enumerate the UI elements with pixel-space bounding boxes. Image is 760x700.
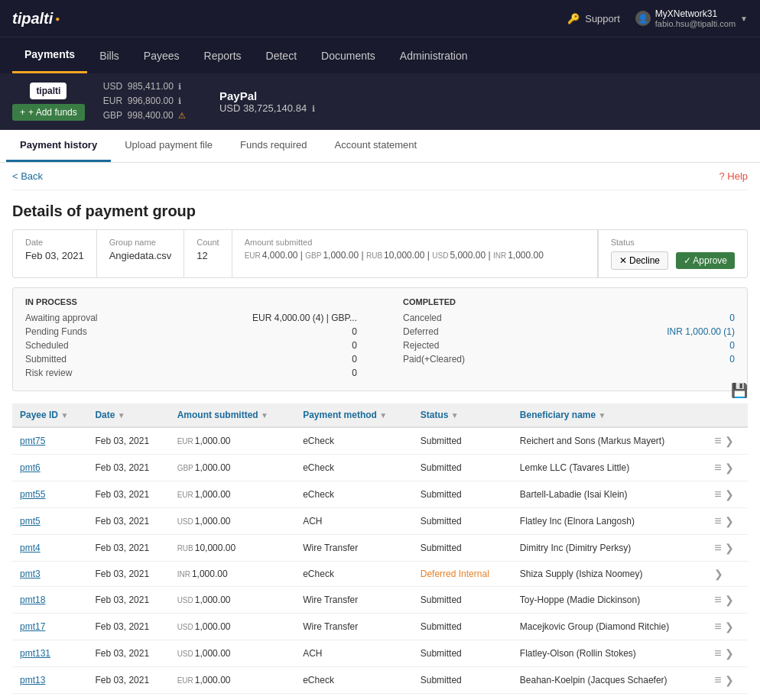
table-row: pmt55 Feb 03, 2021 EUR1,000.00 eCheck Su…: [12, 481, 748, 507]
count-value: 12: [196, 250, 219, 261]
paypal-amount: USD 38,725,140.84 ℹ: [219, 102, 315, 114]
chevron-right-icon[interactable]: ❯: [725, 462, 734, 474]
payee-id-cell: pmt75: [12, 427, 87, 455]
back-link[interactable]: < Back: [12, 170, 43, 182]
tab-account-statement[interactable]: Account statement: [321, 130, 431, 162]
status-col: Status ✕ Decline ✓ Approve: [598, 230, 747, 277]
beneficiary-cell: Bartell-Labadie (Isai Klein): [512, 481, 707, 507]
col-payee-id[interactable]: Payee ID ▼: [12, 403, 87, 427]
usd-info-icon[interactable]: ℹ: [178, 82, 181, 91]
beneficiary-cell: Reichert and Sons (Markus Mayert): [512, 427, 707, 455]
col-date[interactable]: Date ▼: [87, 403, 169, 427]
nav-item-bills[interactable]: Bills: [87, 39, 132, 73]
beneficiary-cell: Shiza Supply (Ishiza Noomey): [512, 561, 707, 586]
menu-icon[interactable]: ≡: [714, 647, 721, 660]
col-status[interactable]: Status ▼: [413, 403, 512, 427]
pending-val: 0: [352, 326, 357, 337]
payee-id-cell: pmt5: [12, 507, 87, 534]
menu-icon[interactable]: ≡: [714, 514, 721, 528]
rejected-val: 0: [729, 340, 735, 351]
chevron-right-icon[interactable]: ❯: [725, 647, 734, 659]
menu-icon[interactable]: ≡: [714, 593, 721, 607]
table-row: pmt4 Feb 03, 2021 RUB10,000.00 Wire Tran…: [12, 534, 748, 561]
export-icon[interactable]: 💾: [731, 382, 748, 399]
tab-payment-history[interactable]: Payment history: [6, 130, 111, 162]
chevron-right-icon[interactable]: ❯: [725, 621, 734, 633]
add-funds-button[interactable]: + + Add funds: [12, 104, 85, 121]
tab-upload-payment-file[interactable]: Upload payment file: [111, 130, 226, 162]
col-amount[interactable]: Amount submitted ▼: [170, 403, 296, 427]
payee-id-link[interactable]: pmt6: [20, 462, 41, 473]
chevron-right-icon[interactable]: ❯: [714, 568, 723, 580]
chevron-right-icon[interactable]: ❯: [725, 674, 734, 686]
payee-id-link[interactable]: pmt13: [20, 675, 45, 685]
payee-id-cell: pmt13: [12, 666, 87, 693]
menu-icon[interactable]: ≡: [714, 541, 721, 555]
payee-id-link[interactable]: pmt4: [20, 543, 41, 553]
help-link[interactable]: ? Help: [719, 170, 748, 182]
deferred-label: Deferred: [403, 326, 439, 337]
nav-item-payments[interactable]: Payments: [12, 37, 87, 73]
tab-funds-required[interactable]: Funds required: [226, 130, 320, 162]
beneficiary-cell: Toy-Hoppe (Madie Dickinson): [512, 586, 707, 613]
approve-button[interactable]: ✓ Approve: [676, 252, 735, 269]
col-method[interactable]: Payment method ▼: [295, 403, 413, 427]
logo-area: tipalti ●: [12, 10, 60, 28]
table-row: pmt3 Feb 03, 2021 INR1,000.00 eCheck Def…: [12, 561, 748, 586]
awaiting-label: Awaiting approval: [25, 313, 98, 323]
chevron-right-icon[interactable]: ❯: [725, 515, 734, 527]
nav-item-administration[interactable]: Administration: [388, 39, 480, 73]
payee-id-cell: pmt18: [12, 586, 87, 613]
col-beneficiary[interactable]: Beneficiary name ▼: [512, 403, 707, 427]
menu-icon[interactable]: ≡: [714, 620, 721, 634]
group-name-col: Group name Angiedata.csv: [97, 230, 185, 277]
payee-id-cell: pmt6: [12, 454, 87, 481]
nav-item-detect[interactable]: Detect: [254, 39, 309, 73]
chevron-right-icon[interactable]: ❯: [725, 542, 734, 554]
main-content: < Back ? Help Details of payment group D…: [0, 163, 760, 700]
amount-cell: USD1,000.00: [170, 586, 296, 613]
payee-id-link[interactable]: pmt5: [20, 516, 41, 527]
nav-item-reports[interactable]: Reports: [192, 39, 254, 73]
date-cell: Feb 03, 2021: [87, 613, 169, 640]
key-icon: 🔑: [567, 13, 580, 24]
status-cell: Submitted: [413, 666, 512, 693]
date-col: Date Feb 03, 2021: [13, 230, 97, 277]
user-area[interactable]: 👤 MyXNetwork31 fabio.hsu@tipalti.com ▼: [635, 8, 748, 28]
gbp-warning-icon[interactable]: ⚠: [178, 111, 186, 120]
payee-id-link[interactable]: pmt18: [20, 595, 45, 605]
chevron-right-icon[interactable]: ❯: [725, 435, 734, 447]
chevron-right-icon[interactable]: ❯: [725, 488, 734, 501]
details-header: Date Feb 03, 2021 Group name Angiedata.c…: [12, 229, 748, 278]
menu-icon[interactable]: ≡: [714, 434, 721, 448]
payee-id-link[interactable]: pmt17: [20, 621, 45, 632]
paypal-info-icon[interactable]: ℹ: [312, 104, 315, 113]
eur-info-icon[interactable]: ℹ: [178, 96, 181, 105]
chevron-right-icon[interactable]: ❯: [725, 594, 734, 606]
nav-item-payees[interactable]: Payees: [132, 39, 192, 73]
menu-icon[interactable]: ≡: [714, 461, 721, 475]
table-container: 💾 Payee ID ▼ Date ▼ Amount submitted ▼ P…: [12, 403, 748, 694]
amount-cell: EUR1,000.00: [170, 666, 296, 693]
count-col: Count 12: [184, 230, 232, 277]
payee-id-link[interactable]: pmt55: [20, 489, 45, 500]
method-cell: Wire Transfer: [295, 534, 413, 561]
menu-icon[interactable]: ≡: [714, 673, 721, 687]
beneficiary-cell: Flatley-Olson (Rollin Stokes): [512, 640, 707, 666]
decline-button[interactable]: ✕ Decline: [611, 251, 668, 270]
actions-cell: ≡ ❯: [706, 586, 748, 613]
payee-id-link[interactable]: pmt3: [20, 569, 41, 579]
group-name-value: Angiedata.csv: [109, 250, 172, 261]
method-cell: ACH: [295, 640, 413, 666]
support-link[interactable]: 🔑 Support: [567, 13, 620, 24]
date-cell: Feb 03, 2021: [87, 481, 169, 507]
nav-item-documents[interactable]: Documents: [309, 39, 388, 73]
amount-cell: RUB10,000.00: [170, 534, 296, 561]
amount-cell: EUR1,000.00: [170, 481, 296, 507]
payee-id-link[interactable]: pmt131: [20, 648, 50, 659]
sort-icon: ▼: [451, 411, 459, 420]
menu-icon[interactable]: ≡: [714, 488, 721, 501]
method-cell: eCheck: [295, 427, 413, 455]
page-title: Details of payment group: [12, 203, 748, 220]
payee-id-link[interactable]: pmt75: [20, 436, 45, 446]
